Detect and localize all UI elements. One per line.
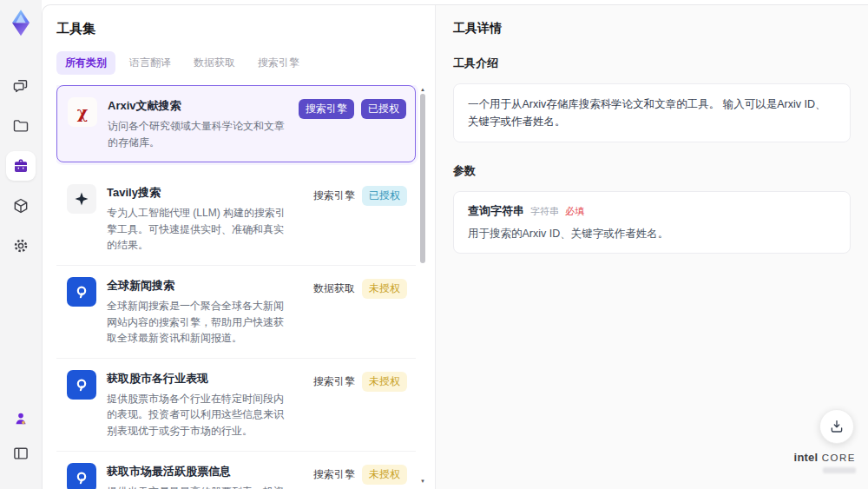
settings-icon[interactable] (6, 231, 36, 261)
intel-core-logo: intel CORE (794, 449, 856, 473)
brand-core: CORE (822, 453, 856, 463)
tool-description: 全球新闻搜索是一个聚合全球各大新闻网站内容的搜索引擎，帮助用户快速获取全球最新资… (107, 298, 293, 347)
intro-card: 一个用于从Arxiv存储库搜索科学论文和文章的工具。 输入可以是Arxiv ID… (453, 83, 851, 142)
category-tabs: 所有类别语言翻译数据获取搜索引擎 (56, 51, 426, 75)
param-item: 查询字符串 字符串 必填 用于搜索的Arxiv ID、关键字或作者姓名。 (468, 203, 836, 241)
panel-toggle-icon[interactable] (6, 439, 36, 468)
list-scrollbar[interactable]: ▲ ▼ (419, 87, 426, 484)
category-tab[interactable]: 所有类别 (56, 51, 115, 75)
user-avatar-icon[interactable] (6, 404, 36, 433)
param-list: 查询字符串 字符串 必填 用于搜索的Arxiv ID、关键字或作者姓名。 (468, 203, 836, 241)
tool-name: 获取股市各行业表现 (107, 371, 293, 387)
tool-name: 获取市场最活跃股票信息 (107, 464, 293, 479)
tool-category-tag: 搜索引擎 (313, 186, 355, 206)
brand-intel: intel (794, 451, 819, 464)
tool-auth-badge: 未授权 (362, 372, 407, 392)
tool-list: χ Arxiv文献搜索 访问各个研究领域大量科学论文和文章的存储库。 搜索引擎 … (56, 85, 416, 489)
cube-icon[interactable] (6, 191, 36, 221)
tool-description: 提供当天交易量最高的股票列表，投资者可以利用这些信息来识别流动性强的股票和潜在的… (107, 484, 293, 489)
scrollbar-thumb[interactable] (420, 94, 425, 263)
tool-list-item[interactable]: 获取股市各行业表现 提供股票市场各个行业在特定时间段内的表现。投资者可以利用这些… (56, 359, 416, 452)
download-button[interactable] (819, 409, 854, 444)
tool-list-item[interactable]: Tavily搜索 专为人工智能代理 (LLM) 构建的搜索引擎工具。可快速提供实… (56, 173, 416, 266)
tool-list-item[interactable]: 全球新闻搜索 全球新闻搜索是一个聚合全球各大新闻网站内容的搜索引擎，帮助用户快速… (56, 266, 416, 359)
tool-name: Arxiv文献搜索 (108, 98, 290, 114)
tool-list-wrap: χ Arxiv文献搜索 访问各个研究领域大量科学论文和文章的存储库。 搜索引擎 … (56, 85, 426, 489)
tool-list-item[interactable]: 获取市场最活跃股票信息 提供当天交易量最高的股票列表，投资者可以利用这些信息来识… (56, 452, 416, 489)
sidebar (0, 0, 42, 489)
toolbox-icon[interactable] (6, 151, 36, 181)
arxiv-logo-icon: χ (68, 97, 97, 127)
page-title: 工具集 (56, 21, 426, 37)
intro-heading: 工具介绍 (453, 56, 851, 71)
tool-description: 专为人工智能代理 (LLM) 构建的搜索引擎工具。可快速提供实时、准确和真实的结… (107, 205, 293, 254)
blue-q-app-icon (67, 277, 96, 307)
app-logo-icon[interactable] (8, 9, 34, 36)
app-window: 工具集 所有类别语言翻译数据获取搜索引擎 χ Arxiv文献搜索 访问各个研究领… (0, 0, 868, 489)
blurred-badge (823, 467, 856, 473)
folder-icon[interactable] (6, 111, 36, 141)
tool-auth-badge: 未授权 (362, 279, 407, 299)
tool-auth-badge: 已授权 (361, 99, 406, 119)
param-type: 字符串 (530, 205, 559, 218)
tool-name: 全球新闻搜索 (107, 278, 293, 294)
tavily-star-icon (67, 184, 96, 214)
category-tab[interactable]: 搜索引擎 (249, 51, 308, 75)
category-tab[interactable]: 语言翻译 (121, 51, 180, 75)
tool-details-panel: 工具详情 工具介绍 一个用于从Arxiv存储库搜索科学论文和文章的工具。 输入可… (435, 5, 868, 489)
category-tab[interactable]: 数据获取 (185, 51, 244, 75)
tool-auth-badge: 未授权 (362, 465, 407, 485)
param-required-label: 必填 (565, 205, 584, 218)
param-name: 查询字符串 (468, 203, 524, 219)
tool-name: Tavily搜索 (107, 185, 293, 201)
tool-category-tag: 搜索引擎 (313, 465, 355, 485)
tool-category-tag: 数据获取 (313, 279, 355, 299)
tool-auth-badge: 已授权 (362, 186, 407, 206)
main-content: 工具集 所有类别语言翻译数据获取搜索引擎 χ Arxiv文献搜索 访问各个研究领… (42, 4, 868, 489)
tool-description: 提供股票市场各个行业在特定时间段内的表现。投资者可以利用这些信息来识别表现优于或… (107, 391, 293, 439)
param-description: 用于搜索的Arxiv ID、关键字或作者姓名。 (468, 227, 836, 241)
tool-list-item[interactable]: χ Arxiv文献搜索 访问各个研究领域大量科学论文和文章的存储库。 搜索引擎 … (56, 85, 416, 162)
scroll-up-icon[interactable]: ▲ (419, 87, 426, 92)
tool-list-panel: 工具集 所有类别语言翻译数据获取搜索引擎 χ Arxiv文献搜索 访问各个研究领… (43, 5, 435, 489)
tool-category-tag: 搜索引擎 (299, 99, 354, 119)
tool-description: 访问各个研究领域大量科学论文和文章的存储库。 (108, 118, 290, 150)
chat-icon[interactable] (6, 71, 36, 101)
details-title: 工具详情 (453, 21, 851, 36)
tool-category-tag: 搜索引擎 (313, 372, 355, 392)
params-card: 查询字符串 字符串 必填 用于搜索的Arxiv ID、关键字或作者姓名。 (453, 191, 851, 254)
blue-q-app-icon (67, 463, 96, 489)
params-heading: 参数 (453, 163, 851, 179)
scroll-down-icon[interactable]: ▼ (419, 479, 426, 484)
intro-text: 一个用于从Arxiv存储库搜索科学论文和文章的工具。 输入可以是Arxiv ID… (468, 96, 836, 130)
blue-q-app-icon (67, 370, 96, 400)
